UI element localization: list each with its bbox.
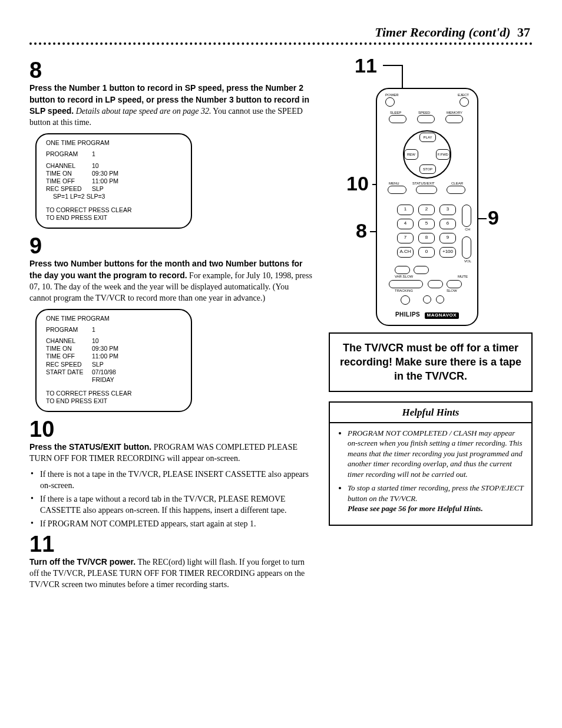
memory-button-icon (445, 115, 463, 123)
label-speed: SPEED (418, 110, 430, 115)
right-column: 11 10 8 9 POWER EJECT SLEEP SPEED MEMORY (329, 55, 533, 526)
osd1-foot1: TO CORRECT PRESS CLEAR (46, 206, 181, 214)
num-3-icon: 3 (439, 205, 456, 215)
mute-button-icon (447, 280, 462, 288)
step11-number: 11 (29, 533, 312, 555)
step9-number: 9 (29, 235, 312, 257)
step9-body: Press two Number buttons for the month a… (29, 258, 312, 304)
sleep-button-icon (389, 115, 406, 123)
label-ch: CH (465, 227, 470, 232)
label-menu: MENU (389, 181, 399, 186)
step10-number: 10 (29, 418, 312, 440)
osd2-program-k: PROGRAM (46, 326, 92, 334)
callout-10: 10 (346, 173, 369, 193)
step10-b3: If PROGRAM NOT COMPLETED appears, start … (29, 519, 312, 530)
osd1-speed-opts: SP=1 LP=2 SLP=3 (46, 193, 181, 200)
label-eject: EJECT (458, 93, 469, 97)
osd1-speed-k: REC SPEED (46, 185, 92, 193)
callout-11-line-h (383, 65, 403, 66)
osd1-program-v: 1 (92, 150, 95, 158)
osd2-off-v: 11:00 PM (92, 353, 118, 360)
osd1-channel-k: CHANNEL (46, 162, 92, 170)
ffwd-button-icon: F.FWD (436, 149, 450, 160)
label-tracking: TRACKING (395, 288, 413, 293)
callout-11: 11 (355, 55, 377, 75)
osd2-dow: FRIDAY (46, 376, 181, 384)
osd2-speed-k: REC SPEED (46, 361, 92, 368)
osd1-on-v: 09:30 PM (92, 170, 118, 177)
remote-figure: 11 10 8 9 POWER EJECT SLEEP SPEED MEMORY (329, 55, 533, 332)
step8-detail-ital: Details about tape speed are on page 32. (76, 107, 211, 116)
tracking-rocker-icon (389, 280, 423, 288)
label-mute: MUTE (458, 274, 468, 279)
play-button-icon: PLAY (419, 133, 436, 142)
osd2-on-k: TIME ON (46, 345, 92, 353)
step11-body: Turn off the TV/VCR power. The REC(ord) … (29, 556, 312, 591)
clear-button-icon (447, 186, 465, 194)
osd1-off-k: TIME OFF (46, 177, 92, 185)
osd2-foot2: TO END PRESS EXIT (46, 397, 181, 405)
label-vol: VOL (464, 259, 471, 263)
step8-body: Press the Number 1 button to record in S… (29, 83, 312, 129)
notice-box: The TV/VCR must be off for a timer recor… (329, 332, 533, 392)
brand-label: PHILIPS MAGNAVOX (377, 311, 477, 319)
osd2-date-v: 07/10/98 (92, 368, 116, 376)
stop-button-icon: STOP (419, 164, 436, 174)
osd1-speed-v: SLP (92, 185, 104, 193)
num-6-icon: 6 (439, 219, 456, 229)
bottom-btn-2-icon (423, 295, 431, 304)
step10-body: Press the STATUS/EXIT button. PROGRAM WA… (29, 442, 312, 465)
ch-rocker-icon (462, 205, 471, 227)
osd1-off-v: 11:00 PM (92, 177, 118, 185)
hint-1: PROGRAM NOT COMPLETED / CLASH may appear… (348, 428, 524, 480)
osd1-title: ONE TIME PROGRAM (46, 139, 181, 147)
osd2-speed-v: SLP (92, 361, 104, 368)
label-power: POWER (385, 93, 399, 97)
lower-1-icon (395, 266, 410, 274)
power-button-icon (385, 97, 395, 107)
bottom-btn-1-icon (401, 295, 410, 305)
hint-2-text: To stop a started timer recording, press… (348, 483, 523, 503)
hints-title: Helpful Hints (330, 403, 531, 423)
osd-screen-1: ONE TIME PROGRAM PROGRAM1 CHANNEL10 TIME… (35, 133, 192, 229)
hints-seemore: Please see page 56 for more Helpful Hint… (348, 504, 483, 513)
header-title: Timer Recording (cont'd) (375, 25, 510, 39)
number-pad-icon: 1 2 3 4 5 6 7 8 9 A.CH 0 +100 (397, 205, 457, 258)
bottom-btn-3-icon (436, 295, 444, 304)
menu-button-icon (388, 186, 406, 194)
page-number: 37 (517, 25, 530, 39)
osd-screen-2: ONE TIME PROGRAM PROGRAM1 CHANNEL10 TIME… (35, 309, 192, 412)
helpful-hints-box: Helpful Hints PROGRAM NOT COMPLETED / CL… (329, 401, 533, 526)
num-0-icon: 0 (418, 247, 435, 258)
eject-button-icon (459, 97, 469, 107)
remote-body: POWER EJECT SLEEP SPEED MEMORY PLAY REW … (376, 88, 478, 326)
callout-11-line-v (402, 65, 403, 91)
osd2-program-v: 1 (92, 326, 95, 334)
osd2-on-v: 09:30 PM (92, 345, 118, 353)
left-column: 8 Press the Number 1 button to record in… (29, 55, 312, 595)
num-9-icon: 9 (439, 233, 456, 243)
step10-b1: If there is not a tape in the TV/VCR, PL… (29, 469, 312, 492)
step10-b2: If there is a tape without a record tab … (29, 494, 312, 516)
num-1-icon: 1 (397, 205, 414, 215)
num-4-icon: 4 (397, 219, 414, 229)
plus100-button-icon: +100 (439, 247, 456, 258)
label-clear: CLEAR (451, 181, 463, 186)
osd2-foot1: TO CORRECT PRESS CLEAR (46, 390, 181, 397)
page-header: Timer Recording (cont'd) 37 (29, 24, 533, 41)
num-2-icon: 2 (418, 205, 435, 215)
slow-button-icon (428, 280, 443, 288)
step11-lead: Turn off the TV/VCR power. (29, 557, 135, 566)
hint-2: To stop a started timer recording, press… (348, 483, 524, 514)
osd2-title: ONE TIME PROGRAM (46, 315, 181, 322)
label-varslow: VAR.SLOW (395, 274, 413, 279)
rew-button-icon: REW (404, 149, 418, 160)
step8-number: 8 (29, 59, 312, 81)
brand-philips: PHILIPS (395, 311, 420, 318)
status-exit-button-icon (416, 186, 437, 194)
speed-button-icon (417, 115, 435, 123)
osd2-off-k: TIME OFF (46, 353, 92, 360)
callout-9: 9 (488, 207, 499, 228)
osd1-on-k: TIME ON (46, 170, 92, 177)
num-5-icon: 5 (418, 219, 435, 229)
